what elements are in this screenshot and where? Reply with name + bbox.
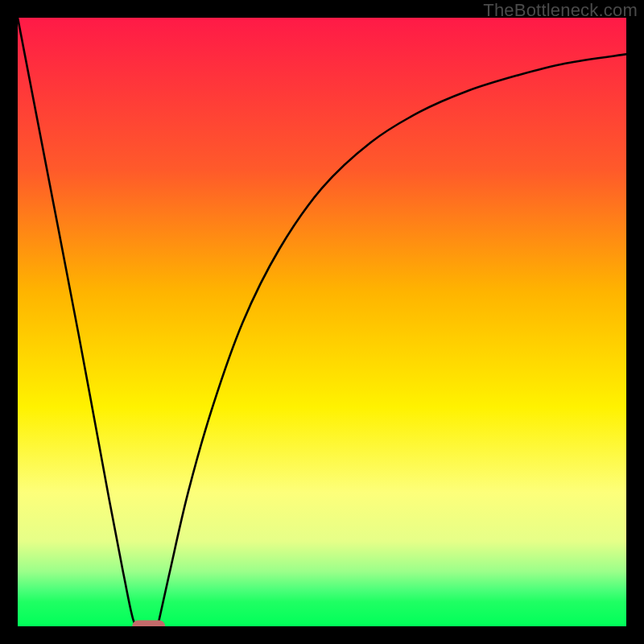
optimal-point-marker (132, 620, 166, 626)
bottleneck-curve (18, 18, 626, 626)
chart-container: TheBottleneck.com (0, 0, 644, 644)
plot-area (18, 18, 626, 626)
